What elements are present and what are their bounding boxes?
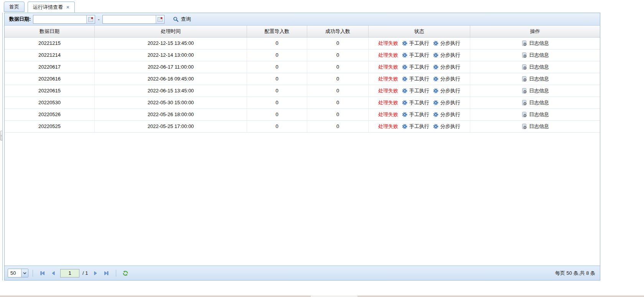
row-success-count: 0 xyxy=(307,109,369,121)
row-success-count: 0 xyxy=(307,97,369,109)
manual-execute-button[interactable]: 手工执行 xyxy=(402,61,429,73)
log-icon xyxy=(521,88,527,94)
page-number-input[interactable] xyxy=(60,269,79,277)
date-from-picker-button[interactable] xyxy=(86,15,95,23)
close-icon[interactable]: × xyxy=(66,5,69,10)
table-row[interactable]: 20221214 2022-12-14 13:00:00 0 0 处理失败 手工… xyxy=(5,49,600,61)
step-execute-button[interactable]: 分步执行 xyxy=(433,97,460,108)
last-page-button[interactable] xyxy=(102,269,111,278)
tab-home[interactable]: 首页 xyxy=(4,2,25,12)
row-time: 2022-05-26 18:00:00 xyxy=(95,109,247,121)
table-row[interactable]: 20220530 2022-05-30 15:00:00 0 0 处理失败 手工… xyxy=(5,97,600,109)
gear-icon xyxy=(402,88,407,94)
status-fail-label: 处理失败 xyxy=(378,73,398,85)
refresh-button[interactable] xyxy=(120,269,130,278)
step-execute-label: 分步执行 xyxy=(440,85,460,97)
log-info-label: 日志信息 xyxy=(529,109,549,120)
log-info-button[interactable]: 日志信息 xyxy=(521,97,549,108)
table-row[interactable]: 20220526 2022-05-26 18:00:00 0 0 处理失败 手工… xyxy=(5,109,600,121)
page-size-select[interactable]: 50 xyxy=(8,269,28,277)
prev-page-button[interactable] xyxy=(49,269,58,278)
step-execute-button[interactable]: 分步执行 xyxy=(433,49,460,61)
date-to-input[interactable] xyxy=(103,15,156,23)
row-config-count: 0 xyxy=(247,49,307,61)
log-info-button[interactable]: 日志信息 xyxy=(521,73,549,85)
row-status-cell: 处理失败 手工执行 分步执行 xyxy=(369,121,470,133)
manual-execute-button[interactable]: 手工执行 xyxy=(402,121,429,132)
row-status-cell: 处理失败 手工执行 分步执行 xyxy=(369,49,470,61)
status-fail-label: 处理失败 xyxy=(378,49,398,61)
date-to-picker-button[interactable] xyxy=(156,15,164,23)
log-info-button[interactable]: 日志信息 xyxy=(521,49,549,61)
column-header-date[interactable]: 数据日期 xyxy=(5,26,95,37)
table-row[interactable]: 20220615 2022-06-15 13:45:00 0 0 处理失败 手工… xyxy=(5,85,600,97)
table-row[interactable]: 20221215 2022-12-15 13:45:00 0 0 处理失败 手工… xyxy=(5,38,600,49)
step-execute-label: 分步执行 xyxy=(440,38,460,49)
search-toolbar: 数据日期: - xyxy=(5,13,600,26)
column-header-status[interactable]: 状态 xyxy=(369,26,470,37)
step-execute-label: 分步执行 xyxy=(440,97,460,108)
column-header-success-count[interactable]: 成功导入数 xyxy=(307,26,369,37)
date-from-input[interactable] xyxy=(33,15,86,23)
step-execute-button[interactable]: 分步执行 xyxy=(433,61,460,73)
log-info-button[interactable]: 日志信息 xyxy=(521,61,549,73)
step-execute-button[interactable]: 分步执行 xyxy=(433,121,460,132)
row-time: 2022-12-14 13:00:00 xyxy=(95,49,247,61)
next-page-icon xyxy=(93,271,98,276)
gear-icon xyxy=(402,76,407,82)
step-execute-button[interactable]: 分步执行 xyxy=(433,73,460,85)
status-fail-label: 处理失败 xyxy=(378,61,398,73)
date-from-field xyxy=(33,15,95,24)
manual-execute-button[interactable]: 手工执行 xyxy=(402,38,429,49)
table-row[interactable]: 20220525 2022-05-25 17:00:00 0 0 处理失败 手工… xyxy=(5,121,600,133)
date-range-separator: - xyxy=(98,16,99,22)
row-action-cell: 日志信息 xyxy=(470,38,600,49)
log-info-button[interactable]: 日志信息 xyxy=(521,85,549,97)
gear-icon xyxy=(402,53,407,58)
gear-icon xyxy=(433,41,438,46)
manual-execute-button[interactable]: 手工执行 xyxy=(402,109,429,120)
collapse-handle[interactable]: ‹ xyxy=(0,131,2,141)
log-info-button[interactable]: 日志信息 xyxy=(521,109,549,120)
step-execute-label: 分步执行 xyxy=(440,61,460,73)
manual-execute-button[interactable]: 手工执行 xyxy=(402,49,429,61)
column-header-config-count[interactable]: 配置导入数 xyxy=(247,26,307,37)
status-fail-label: 处理失败 xyxy=(378,121,398,132)
row-config-count: 0 xyxy=(247,109,307,121)
step-execute-label: 分步执行 xyxy=(440,49,460,61)
gear-icon xyxy=(402,41,407,46)
first-page-button[interactable] xyxy=(38,269,47,278)
row-action-cell: 日志信息 xyxy=(470,61,600,73)
step-execute-button[interactable]: 分步执行 xyxy=(433,109,460,120)
manual-execute-label: 手工执行 xyxy=(409,49,429,61)
next-page-button[interactable] xyxy=(91,269,100,278)
log-info-button[interactable]: 日志信息 xyxy=(521,38,549,49)
table-row[interactable]: 20220617 2022-06-17 11:00:00 0 0 处理失败 手工… xyxy=(5,61,600,73)
row-date: 20220616 xyxy=(5,73,95,85)
tab-run-detail[interactable]: 运行详情查看 × xyxy=(28,2,75,13)
log-info-label: 日志信息 xyxy=(529,38,549,49)
row-success-count: 0 xyxy=(307,49,369,61)
log-info-label: 日志信息 xyxy=(529,61,549,73)
log-info-button[interactable]: 日志信息 xyxy=(521,121,549,132)
manual-execute-button[interactable]: 手工执行 xyxy=(402,73,429,85)
step-execute-button[interactable]: 分步执行 xyxy=(433,38,460,49)
column-header-time[interactable]: 处理时间 xyxy=(95,26,247,37)
table-row[interactable]: 20220616 2022-06-16 09:45:00 0 0 处理失败 手工… xyxy=(5,73,600,85)
step-execute-label: 分步执行 xyxy=(440,121,460,132)
column-header-action[interactable]: 操作 xyxy=(470,26,600,37)
search-button[interactable]: 查询 xyxy=(171,15,193,24)
gear-icon xyxy=(433,100,438,105)
paging-summary: 每页 50 条,共 8 条 xyxy=(555,270,597,277)
row-date: 20221215 xyxy=(5,38,95,49)
date-range-label: 数据日期: xyxy=(9,16,31,23)
log-icon xyxy=(521,64,527,70)
row-config-count: 0 xyxy=(247,61,307,73)
tab-home-label: 首页 xyxy=(9,3,19,10)
manual-execute-button[interactable]: 手工执行 xyxy=(402,97,429,108)
manual-execute-button[interactable]: 手工执行 xyxy=(402,85,429,97)
row-time: 2022-05-30 15:00:00 xyxy=(95,97,247,109)
calendar-icon xyxy=(157,16,163,22)
step-execute-button[interactable]: 分步执行 xyxy=(433,85,460,97)
manual-execute-label: 手工执行 xyxy=(409,97,429,108)
